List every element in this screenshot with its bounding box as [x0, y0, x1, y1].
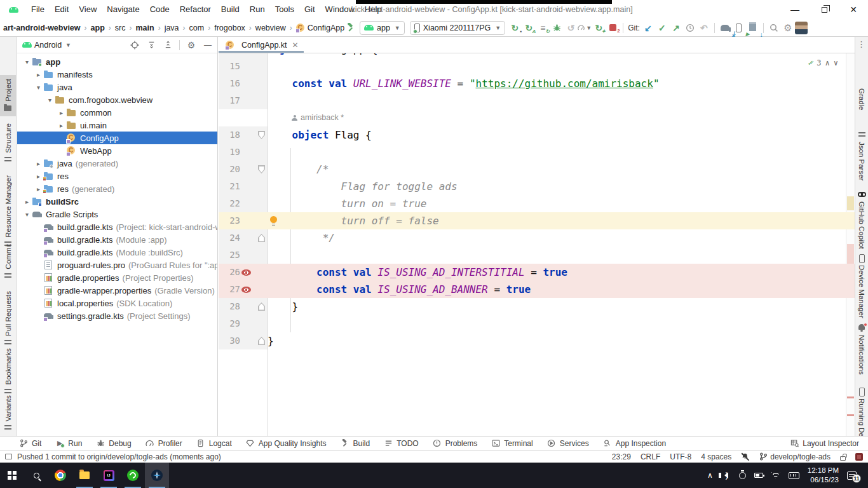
taskbar-clock[interactable]: 12:18 PM 06/15/23	[808, 466, 839, 485]
sidebar-item-resource-manager[interactable]: Resource Manager	[0, 175, 16, 248]
status-message[interactable]: Pushed 1 commit to origin/develop/togle-…	[17, 452, 221, 461]
editor-gutter[interactable]: 16	[219, 75, 268, 92]
tab-close-icon[interactable]: ✕	[292, 41, 299, 50]
code-text[interactable]	[268, 315, 855, 332]
menu-run[interactable]: Run	[245, 0, 270, 19]
sidebar-item-json-parser[interactable]: Json Parser	[855, 131, 868, 180]
project-view-select[interactable]: Android	[34, 41, 62, 50]
code-text[interactable]	[268, 247, 855, 264]
breadcrumb-webview[interactable]: webview	[255, 24, 287, 32]
profiler-button[interactable]: ▼	[578, 21, 592, 35]
tree-item-java-generated[interactable]: ▸java(generated)	[17, 157, 217, 170]
tree-item-build-gradle-kts-module-buildsrc[interactable]: build.gradle.kts(Module :buildSrc)	[17, 246, 217, 259]
editor-gutter[interactable]: 25	[219, 247, 268, 264]
code-line-17[interactable]: 17	[219, 92, 855, 109]
expand-all-icon[interactable]	[143, 37, 159, 53]
tree-chevron-icon[interactable]: ▸	[34, 71, 43, 78]
code-text[interactable]	[268, 58, 855, 75]
battery-icon[interactable]	[754, 473, 763, 478]
tree-item-local-properties-sdk-location[interactable]: local.properties(SDK Location)	[17, 297, 217, 309]
breadcrumb-src[interactable]: src	[114, 24, 126, 32]
apply-code-changes-button[interactable]: ↻A	[522, 21, 536, 35]
close-button[interactable]: ✕	[839, 0, 868, 19]
editor-gutter[interactable]: 24	[219, 229, 268, 247]
taskbar-explorer-button[interactable]	[72, 463, 97, 488]
editor-gutter[interactable]: 23	[219, 212, 268, 229]
tree-chevron-icon[interactable]: ▾	[22, 58, 32, 65]
tree-item-build-gradle-kts-project-kick-start-android-webv[interactable]: build.gradle.kts(Project: kick-start-and…	[17, 220, 217, 233]
code-line[interactable]: object ConfigApp {	[219, 53, 855, 58]
code-text[interactable]: turn off = false	[268, 212, 855, 229]
menu-tools[interactable]: Tools	[270, 0, 299, 19]
apply-changes-button[interactable]: ↻▪	[508, 21, 522, 35]
code-text[interactable]	[268, 144, 855, 161]
tool-window-button-debug[interactable]: Debug	[96, 439, 131, 448]
code-line-25[interactable]: 25	[219, 247, 855, 264]
breadcrumb-frogobox[interactable]: frogobox	[214, 24, 246, 32]
tree-chevron-icon[interactable]: ▾	[22, 211, 32, 218]
attach-debugger-button[interactable]: ↺	[564, 21, 578, 35]
tree-item-settings-gradle-kts-project-settings[interactable]: settings.gradle.kts(Project Settings)	[17, 309, 217, 322]
code-text[interactable]: object ConfigApp {	[268, 53, 855, 58]
tree-item-java[interactable]: ▾java	[17, 81, 217, 93]
notification-center-icon[interactable]: 11	[847, 471, 857, 480]
code-line-19[interactable]: 19	[219, 144, 855, 161]
editor-gutter[interactable]: 17	[219, 92, 268, 109]
sdk-manager-button[interactable]: ↓	[746, 21, 760, 35]
memory-indicator-icon[interactable]	[855, 453, 863, 461]
tree-item-res-generated[interactable]: ▸res(generated)	[17, 182, 217, 195]
search-everywhere-button[interactable]	[767, 21, 781, 35]
sidebar-item-device-manager[interactable]: Device Manager	[855, 254, 868, 318]
code-line-20[interactable]: 20/*	[219, 161, 855, 178]
menu-code[interactable]: Code	[145, 0, 175, 19]
tree-item-buildsrc[interactable]: ▸buildSrc	[17, 195, 217, 208]
sidebar-item-structure[interactable]: Structure	[0, 123, 16, 164]
breadcrumb-configapp[interactable]: ConfigApp	[307, 24, 345, 32]
restart-activity-button[interactable]: ↻✦	[592, 21, 606, 35]
taskbar-chrome-button[interactable]	[48, 463, 72, 488]
rollback-button[interactable]: ↶	[697, 21, 711, 35]
code-line-15[interactable]: 15	[219, 58, 855, 75]
editor-gutter[interactable]: 27	[219, 281, 268, 298]
tool-window-button-profiler[interactable]: Profiler	[146, 439, 182, 448]
taskbar-search-button[interactable]	[24, 463, 48, 488]
author-inlay[interactable]: amirisback *	[219, 109, 344, 126]
minimize-button[interactable]: —	[780, 0, 810, 19]
panel-settings-gear-icon[interactable]: ⚙	[183, 37, 200, 53]
editor-gutter[interactable]: 18	[219, 126, 268, 144]
intention-bulb-icon[interactable]	[270, 216, 277, 223]
collapse-all-icon[interactable]	[159, 37, 176, 53]
tree-item-proguard-rules-pro-proguard-rules-for-app[interactable]: proguard-rules.pro(ProGuard Rules for ":…	[17, 259, 217, 271]
code-text[interactable]: const val IS_USING_AD_BANNER = true	[268, 281, 855, 298]
wifi-icon[interactable]	[771, 472, 780, 479]
menu-build[interactable]: Build	[216, 0, 245, 19]
menu-refactor[interactable]: Refactor	[175, 0, 216, 19]
tool-window-button-app-inspection[interactable]: App Inspection	[603, 439, 666, 448]
tree-item-res[interactable]: ▸res	[17, 170, 217, 182]
indent-setting[interactable]: 4 spaces	[701, 452, 731, 461]
tool-window-button-git[interactable]: Git	[19, 439, 41, 448]
editor-gutter[interactable]: 29	[219, 315, 268, 332]
editor-gutter[interactable]: 28	[219, 298, 268, 315]
code-text[interactable]: const val IS_USING_AD_INTERSTITIAL = tru…	[268, 264, 855, 281]
device-select[interactable]: Xiaomi 2201117PG ▼	[410, 21, 505, 35]
code-author-inlay[interactable]: amirisback *	[219, 109, 855, 126]
sidebar-item-project[interactable]: Project	[0, 75, 16, 116]
sidebar-item-notifications[interactable]: Notifications	[855, 324, 868, 375]
breadcrumb-com[interactable]: com	[189, 24, 205, 32]
watchpoint-eye-icon[interactable]	[241, 287, 251, 293]
code-line-29[interactable]: 29	[219, 315, 855, 332]
tree-item-configapp[interactable]: ConfigApp	[17, 132, 217, 144]
tree-item-gradle-wrapper-properties-gradle-version[interactable]: gradle-wrapper.properties(Gradle Version…	[17, 284, 217, 297]
tool-window-button-terminal[interactable]: Terminal	[491, 439, 532, 448]
stop-button[interactable]: 2	[606, 21, 620, 35]
breadcrumb-java[interactable]: java	[164, 24, 180, 32]
code-text[interactable]: }	[268, 332, 855, 349]
code-line-21[interactable]: 21Flag for toggle ads	[219, 178, 855, 195]
code-text[interactable]: const val URL_LINK_WEBSITE = "https://gi…	[268, 75, 855, 92]
editor-gutter[interactable]: 22	[219, 195, 268, 212]
maximize-button[interactable]	[810, 0, 839, 19]
code-line-27[interactable]: 27const val IS_USING_AD_BANNER = true	[219, 281, 855, 298]
user-avatar[interactable]	[795, 22, 808, 34]
tool-window-button-run[interactable]: ▶Run	[55, 439, 82, 448]
